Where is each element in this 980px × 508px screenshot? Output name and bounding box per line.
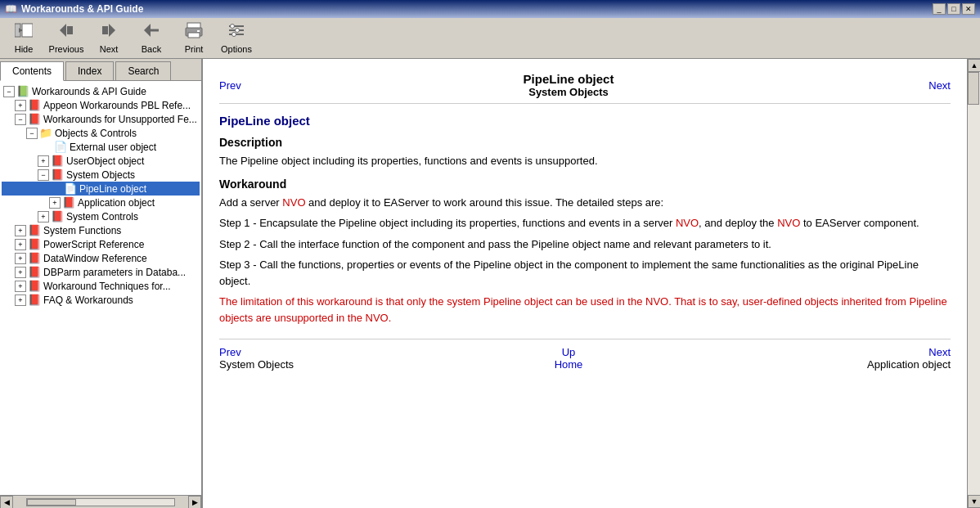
- options-button[interactable]: Options: [216, 20, 257, 56]
- expand-icon[interactable]: +: [15, 239, 26, 250]
- expand-icon[interactable]: +: [15, 294, 26, 306]
- main-area: Contents Index Search − 📗 Workarounds & …: [0, 59, 980, 508]
- svg-marker-8: [144, 24, 151, 37]
- list-item[interactable]: 📄 External user object: [2, 140, 200, 154]
- scroll-track[interactable]: [26, 498, 175, 506]
- back-label: Back: [142, 44, 161, 54]
- svg-rect-1: [22, 24, 33, 37]
- svg-marker-6: [109, 24, 115, 37]
- next-link-top[interactable]: Next: [928, 79, 951, 92]
- scroll-track-v[interactable]: [968, 72, 980, 495]
- expand-icon[interactable]: +: [15, 281, 26, 292]
- next-label: Next: [100, 44, 119, 54]
- step3-text: Step 3 - Call the functions, properties …: [219, 257, 951, 289]
- book-icon: 📕: [28, 252, 41, 264]
- previous-button[interactable]: Previous: [46, 20, 87, 56]
- vertical-scrollbar[interactable]: ▲ ▼: [967, 59, 980, 508]
- svg-marker-4: [60, 24, 66, 37]
- nav-bar-bottom: Prev System Objects Up Home Next Applica…: [219, 339, 951, 377]
- tab-search[interactable]: Search: [115, 61, 171, 80]
- list-item[interactable]: − 📗 Workarounds & API Guide: [2, 84, 200, 98]
- limitation-text: The limitation of this workaround is tha…: [219, 294, 951, 326]
- list-item[interactable]: − 📕 Workarounds for Unsupported Fe...: [2, 112, 200, 126]
- workaround-heading: Workaround: [219, 178, 951, 191]
- workaround-intro: Add a server NVO and deploy it to EAServ…: [219, 195, 951, 211]
- book-icon: 📕: [28, 280, 41, 292]
- scroll-thumb[interactable]: [27, 499, 76, 506]
- book-icon: 📕: [62, 196, 75, 209]
- nav-bar-top: Prev PipeLine object System Objects Next: [219, 67, 951, 104]
- list-item[interactable]: + 📕 System Functions: [2, 223, 200, 237]
- list-item[interactable]: + 📕 DBParm parameters in Databa...: [2, 265, 200, 279]
- content-area: PipeLine object Description The Pipeline…: [219, 114, 951, 326]
- previous-label: Previous: [49, 44, 84, 54]
- list-item[interactable]: + 📕 UserObject object: [2, 154, 200, 168]
- close-button[interactable]: ✕: [962, 3, 975, 15]
- expand-icon[interactable]: −: [38, 169, 49, 181]
- scroll-thumb-v[interactable]: [968, 72, 979, 105]
- home-link-bottom[interactable]: Home: [555, 358, 583, 371]
- list-item[interactable]: + 📕 Workaround Techniques for...: [2, 279, 200, 293]
- next-icon: [100, 22, 118, 43]
- tab-index[interactable]: Index: [65, 61, 114, 80]
- prev-link-bottom[interactable]: Prev: [219, 346, 241, 358]
- expand-icon[interactable]: +: [38, 211, 49, 223]
- expand-icon[interactable]: −: [15, 114, 26, 125]
- expand-icon[interactable]: −: [26, 128, 38, 139]
- description-heading: Description: [219, 136, 951, 149]
- nav-top-left: Prev: [219, 79, 301, 92]
- expand-icon[interactable]: +: [49, 197, 61, 209]
- right-panel-wrapper: Prev PipeLine object System Objects Next…: [203, 59, 980, 508]
- print-button[interactable]: Print: [173, 20, 214, 56]
- prev-link-top[interactable]: Prev: [219, 79, 241, 92]
- list-item[interactable]: + 📕 System Controls: [2, 209, 200, 223]
- back-button[interactable]: Back: [131, 20, 172, 56]
- scroll-down-arrow[interactable]: ▼: [968, 495, 980, 508]
- scroll-left-arrow[interactable]: ◀: [0, 496, 13, 509]
- expand-icon[interactable]: +: [38, 155, 49, 167]
- book-icon: 📕: [28, 266, 41, 278]
- svg-rect-12: [188, 33, 200, 38]
- book-icon: 📕: [51, 210, 64, 223]
- svg-point-18: [236, 29, 240, 33]
- expand-icon[interactable]: −: [3, 86, 15, 97]
- book-icon: 📕: [51, 155, 64, 167]
- expand-icon[interactable]: +: [15, 225, 26, 236]
- list-item[interactable]: − 📁 Objects & Controls: [2, 126, 200, 140]
- toolbar: Hide Previous Next Back Print Options: [0, 18, 980, 59]
- svg-rect-5: [67, 26, 73, 34]
- title-bar-title: Workarounds & API Guide: [21, 3, 933, 15]
- svg-point-19: [232, 33, 236, 37]
- expand-icon[interactable]: +: [15, 100, 26, 111]
- book-icon: 📗: [16, 85, 29, 97]
- list-item[interactable]: + 📕 Application object: [2, 196, 200, 209]
- next-link-bottom[interactable]: Next: [928, 346, 951, 358]
- left-panel: Contents Index Search − 📗 Workarounds & …: [0, 59, 203, 508]
- tab-contents[interactable]: Contents: [0, 61, 64, 81]
- hide-button[interactable]: Hide: [3, 20, 44, 56]
- nav-top-right: Next: [836, 79, 951, 92]
- list-item[interactable]: + 📕 PowerScript Reference: [2, 237, 200, 251]
- up-link-bottom[interactable]: Up: [562, 346, 576, 358]
- list-item[interactable]: + 📕 Appeon Workarounds PBL Refe...: [2, 98, 200, 112]
- maximize-button[interactable]: □: [947, 3, 960, 15]
- expand-icon[interactable]: +: [15, 253, 26, 264]
- print-icon: [185, 22, 203, 43]
- list-item[interactable]: + 📕 FAQ & Workarounds: [2, 293, 200, 307]
- list-item[interactable]: − 📕 System Objects: [2, 168, 200, 182]
- title-bar: 📖 Workarounds & API Guide _ □ ✕: [0, 0, 980, 18]
- tree-container[interactable]: − 📗 Workarounds & API Guide + 📕 Appeon W…: [0, 81, 201, 495]
- scroll-up-arrow[interactable]: ▲: [968, 59, 980, 72]
- next-button[interactable]: Next: [88, 20, 129, 56]
- list-item[interactable]: 📄 PipeLine object: [2, 182, 200, 196]
- minimize-button[interactable]: _: [933, 3, 946, 15]
- previous-icon: [57, 22, 75, 43]
- scroll-right-arrow[interactable]: ▶: [188, 496, 201, 509]
- list-item[interactable]: + 📕 DataWindow Reference: [2, 251, 200, 265]
- doc-icon: 📄: [64, 182, 77, 195]
- nav-top-center: PipeLine object System Objects: [524, 72, 614, 98]
- horizontal-scrollbar[interactable]: ◀ ▶: [0, 495, 201, 508]
- back-icon: [142, 22, 160, 43]
- title-bar-buttons: _ □ ✕: [933, 3, 975, 15]
- expand-icon[interactable]: +: [15, 267, 26, 278]
